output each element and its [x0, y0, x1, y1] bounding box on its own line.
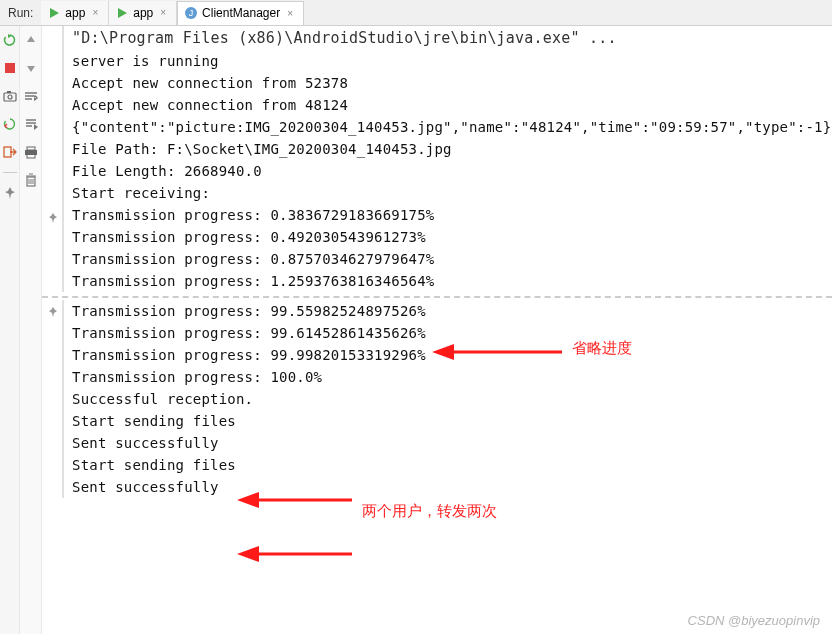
console-line: Transmission progress: 100.0%	[64, 366, 832, 388]
divider	[3, 172, 17, 173]
console-line: Transmission progress: 99.99820153319296…	[64, 344, 832, 366]
camera-icon[interactable]	[2, 88, 18, 104]
console-line: Transmission progress: 99.55982524897526…	[64, 300, 832, 322]
console-line: Transmission progress: 0.875703462797964…	[64, 248, 832, 270]
console-line: Successful reception.	[64, 388, 832, 410]
pin-icon[interactable]	[45, 304, 61, 320]
output-block-2: Transmission progress: 99.55982524897526…	[62, 300, 832, 498]
svg-rect-6	[4, 93, 16, 101]
svg-marker-11	[34, 124, 38, 130]
close-icon[interactable]: ×	[160, 7, 166, 18]
java-class-icon: J	[184, 6, 198, 20]
console-panel: "D:\Program Files (x86)\AndroidStudio\jr…	[0, 26, 832, 634]
console-line: Start sending files	[64, 454, 832, 476]
play-triangle-icon	[115, 6, 129, 20]
svg-marker-1	[118, 8, 127, 18]
close-icon[interactable]: ×	[92, 7, 98, 18]
svg-marker-21	[237, 546, 259, 562]
console-line: File Path: F:\Socket\IMG_20200304_140453…	[64, 138, 832, 160]
tab-label: app	[65, 6, 85, 20]
play-triangle-icon	[47, 6, 61, 20]
console-line: Accept new connection from 52378	[64, 72, 832, 94]
svg-text:J: J	[189, 8, 194, 18]
arrow-up-icon[interactable]	[23, 32, 39, 48]
exit-icon[interactable]	[2, 144, 18, 160]
console-line: File Length: 2668940.0	[64, 160, 832, 182]
close-icon[interactable]: ×	[287, 8, 293, 19]
output-block-1: "D:\Program Files (x86)\AndroidStudio\jr…	[62, 26, 832, 292]
console-output[interactable]: "D:\Program Files (x86)\AndroidStudio\jr…	[42, 26, 832, 634]
run-toolbar: Run: app × app × J ClientManager ×	[0, 0, 832, 26]
rerun-icon[interactable]	[2, 32, 18, 48]
console-tools-gutter	[20, 26, 42, 634]
console-line: server is running	[64, 50, 832, 72]
svg-rect-8	[7, 91, 11, 93]
console-line: Sent successfully	[64, 476, 832, 498]
tab-app-1[interactable]: app ×	[41, 1, 109, 25]
svg-marker-0	[50, 8, 59, 18]
recycle-run-icon[interactable]	[2, 116, 18, 132]
run-label: Run:	[0, 6, 41, 20]
console-line: Transmission progress: 0.383672918366917…	[64, 204, 832, 226]
svg-point-7	[8, 95, 12, 99]
console-line: {"content":"picture:IMG_20200304_140453.…	[64, 116, 832, 138]
console-line: Transmission progress: 0.49203054396127З…	[64, 226, 832, 248]
console-line: Accept new connection from 48124	[64, 94, 832, 116]
console-line: Transmission progress: 99.61452861435626…	[64, 322, 832, 344]
svg-rect-5	[5, 63, 15, 73]
svg-rect-12	[27, 147, 35, 150]
wrap-icon[interactable]	[23, 88, 39, 104]
stop-icon[interactable]	[2, 60, 18, 76]
pin-icon[interactable]	[2, 185, 18, 201]
console-line: Start sending files	[64, 410, 832, 432]
print-icon[interactable]	[23, 144, 39, 160]
trash-icon[interactable]	[23, 172, 39, 188]
tab-label: app	[133, 6, 153, 20]
pin-icon[interactable]	[45, 210, 61, 226]
tab-label: ClientManager	[202, 6, 280, 20]
block-gutter	[44, 26, 62, 292]
block-gutter	[44, 300, 62, 498]
arrow-annotation-forward-2	[237, 542, 357, 566]
svg-rect-9	[4, 147, 11, 157]
console-line: Transmission progress: 1.259376381634656…	[64, 270, 832, 292]
watermark: CSDN @biyezuopinvip	[688, 613, 820, 628]
output-divider	[42, 296, 832, 298]
tab-clientmanager[interactable]: J ClientManager ×	[177, 1, 304, 25]
annotation-two-users-forward: 两个用户，转发两次	[362, 502, 497, 521]
run-actions-gutter	[0, 26, 20, 634]
scroll-to-end-icon[interactable]	[23, 116, 39, 132]
console-line: Sent successfully	[64, 432, 832, 454]
console-line: Start receiving:	[64, 182, 832, 204]
console-header-line: "D:\Program Files (x86)\AndroidStudio\jr…	[64, 26, 832, 50]
arrow-down-icon[interactable]	[23, 60, 39, 76]
tab-app-2[interactable]: app ×	[109, 1, 177, 25]
